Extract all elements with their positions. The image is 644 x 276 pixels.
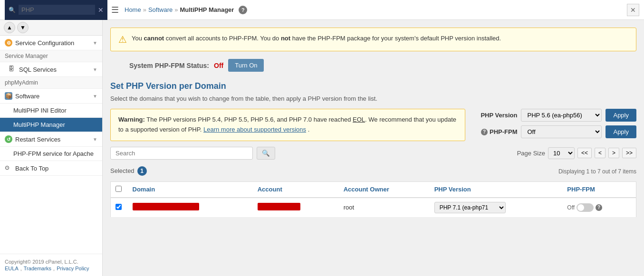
search-pagination-row: 🔍 Page Size 10 25 50 100 << < > >> [110,147,636,163]
back-to-top-icon: ⊙ [5,164,12,172]
sidebar-item-sql-services[interactable]: 🗄 SQL Services ▼ [0,62,102,77]
page-last-button[interactable]: >> [622,148,636,158]
top-bar: 🔍 ✕ ☰ Home » Software » MultiPHP Manager… [0,0,644,20]
sidebar-section-service-manager: Service Manager [0,50,102,62]
main-layout: ▲ ▼ ⚙ Service Configuration ▼ Service Ma… [0,20,644,276]
php-version-label: PHP Version [481,112,517,119]
sidebar-nav-arrows: ▲ ▼ [0,20,102,36]
breadcrumb: Home » Software » MultiPHP Manager ? [125,6,627,14]
sidebar-item-multiphp-ini[interactable]: MultiPHP INI Editor [0,104,102,118]
controls-row: Warning: The PHP versions PHP 5.4, PHP 5… [110,109,636,141]
hamburger-icon[interactable]: ☰ [111,5,119,15]
warning-text-after-not: have the PHP-FPM package for your system… [290,35,501,42]
window-close-button[interactable]: ✕ [627,4,639,16]
domain-table: Domain Account Account Owner PHP Version… [110,181,636,218]
table-header-account: Account [253,181,339,198]
warning-text-after-cannot: convert all accounts to PHP-FPM. You do [164,35,281,42]
sidebar-copyright: Copyright© 2019 cPanel, L.L.C. [5,259,97,265]
sidebar-multiphp-manager-label: MultiPHP Manager [13,121,97,128]
sql-icon: 🗄 [9,66,16,73]
row-fpm-switch[interactable] [577,203,594,212]
search-button[interactable]: 🔍 [257,147,275,160]
warning-triangle-icon: ⚠ [118,34,127,45]
sidebar-item-software[interactable]: 📦 Software ▼ [0,89,102,104]
row-owner-cell: root [339,198,430,218]
row-fpm-toggle: Off ? [567,203,631,212]
warning-box-label: Warning: [118,116,145,123]
warning-not: not [281,35,290,42]
domain-redacted [133,203,199,210]
domain-search-input[interactable] [110,147,253,160]
row-fpm-off-label: Off [567,204,575,211]
row-domain-cell [128,198,253,218]
row-checkbox[interactable] [115,204,122,210]
breadcrumb-sep-2: » [174,6,178,13]
page-size-select[interactable]: 10 25 50 100 [548,147,575,159]
page-info-row: Page Size 10 25 50 100 << < > >> [517,147,636,159]
turn-on-button[interactable]: Turn On [228,59,264,72]
account-redacted [258,203,300,210]
warning-text-before: You [132,35,144,42]
row-fpm-help-icon[interactable]: ? [596,204,602,211]
sidebar-restart-arrow: ▼ [93,137,97,142]
table-header-php-version: PHP Version [430,181,563,198]
warning-text: You cannot convert all accounts to PHP-F… [132,34,501,43]
row-checkbox-cell [111,198,128,218]
row-php-version-cell: PHP 7.1 (ea-php71 [430,198,563,218]
sidebar-close-icon[interactable]: ✕ [98,6,104,14]
sidebar-eula-link[interactable]: EULA [5,266,19,271]
php-fpm-help-icon[interactable]: ? [481,129,488,135]
sidebar-search-input[interactable] [19,5,95,15]
page-next-button[interactable]: > [608,148,619,158]
breadcrumb-current: MultiPHP Manager [180,6,234,13]
restart-icon: ↺ [5,135,12,143]
breadcrumb-home[interactable]: Home [125,6,141,13]
right-controls: PHP Version PHP 5.6 (ea-php56) PHP 7.1 (… [475,109,636,138]
selected-badge: 1 [137,166,147,176]
table-header-account-owner: Account Owner [339,181,430,198]
selected-display-row: Selected 1 Displaying 1 to 7 out of 7 it… [110,166,636,179]
main-content: ⚠ You cannot convert all accounts to PHP… [103,20,644,276]
page-size-label: Page Size [517,150,545,157]
search-icon: 🔍 [9,7,16,13]
sep1: , [20,266,22,271]
page-prev-button[interactable]: < [595,148,606,158]
breadcrumb-software[interactable]: Software [148,6,173,13]
sidebar-down-button[interactable]: ▼ [17,22,29,33]
service-config-icon: ⚙ [5,39,12,47]
row-php-fpm-cell: Off ? [562,198,636,218]
sidebar-item-multiphp-manager[interactable]: MultiPHP Manager [0,118,102,132]
php-fpm-label: ? PHP-FPM [481,128,518,135]
sidebar-sql-services-label: SQL Services [19,66,90,73]
php-version-apply-button[interactable]: Apply [606,109,636,122]
table-header-row: Domain Account Account Owner PHP Version… [111,181,636,198]
fpm-status-row: System PHP-FPM Status: Off Turn On [110,59,636,72]
sidebar-up-button[interactable]: ▲ [4,22,15,33]
sidebar-item-php-fpm-service[interactable]: PHP-FPM service for Apache [0,147,102,161]
sidebar-sql-arrow: ▼ [93,67,97,72]
row-account-cell [253,198,339,218]
sidebar-item-service-configuration[interactable]: ⚙ Service Configuration ▼ [0,36,102,50]
sidebar-restart-services-label: Restart Services [15,136,90,143]
sidebar-item-restart-services[interactable]: ↺ Restart Services ▼ [0,132,102,147]
sidebar-trademarks-link[interactable]: Trademarks [24,266,51,271]
php-fpm-apply-button[interactable]: Apply [606,125,636,138]
page-first-button[interactable]: << [577,148,592,158]
supported-versions-link[interactable]: Learn more about supported versions [203,126,306,133]
sidebar-multiphp-ini-label: MultiPHP INI Editor [13,107,97,114]
php-version-select[interactable]: PHP 5.6 (ea-php56) PHP 7.1 (ea-php71) PH… [521,109,602,122]
select-all-checkbox[interactable] [115,186,122,192]
section-heading: Set PHP Version per Domain [110,81,636,91]
row-php-version-select[interactable]: PHP 7.1 (ea-php71 [434,202,506,213]
sidebar-item-back-to-top[interactable]: ⊙ Back To Top [0,161,102,176]
sidebar-privacy-link[interactable]: Privacy Policy [57,266,89,271]
help-icon[interactable]: ? [239,6,247,14]
table-header-php-fpm: PHP-FPM [562,181,636,198]
php-fpm-select[interactable]: Off On [521,125,602,138]
selected-count-row: Selected 1 [110,166,147,176]
version-warning-box: Warning: The PHP versions PHP 5.4, PHP 5… [110,109,465,141]
php-version-control-row: PHP Version PHP 5.6 (ea-php56) PHP 7.1 (… [475,109,636,122]
php-fpm-control-row: ? PHP-FPM Off On Apply [475,125,636,138]
warning-box-text: The PHP versions PHP 5.4, PHP 5.5, PHP 5… [146,116,353,123]
display-info: Displaying 1 to 7 out of 7 items [558,168,636,175]
